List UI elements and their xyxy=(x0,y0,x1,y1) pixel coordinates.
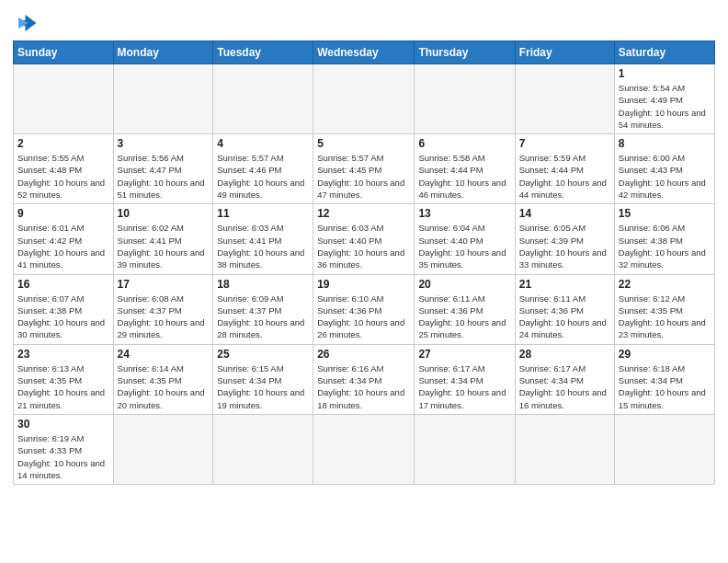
day-info: Sunrise: 5:54 AM Sunset: 4:49 PM Dayligh… xyxy=(619,82,711,131)
day-info: Sunrise: 6:17 AM Sunset: 4:34 PM Dayligh… xyxy=(418,362,510,411)
day-info: Sunrise: 5:55 AM Sunset: 4:48 PM Dayligh… xyxy=(17,152,109,201)
day-info: Sunrise: 6:13 AM Sunset: 4:35 PM Dayligh… xyxy=(17,362,109,411)
weekday-header-friday: Friday xyxy=(515,41,614,64)
day-number: 19 xyxy=(317,278,410,291)
calendar-cell: 14Sunrise: 6:05 AM Sunset: 4:39 PM Dayli… xyxy=(515,204,614,274)
calendar-cell: 19Sunrise: 6:10 AM Sunset: 4:36 PM Dayli… xyxy=(313,274,415,344)
calendar-cell: 9Sunrise: 6:01 AM Sunset: 4:42 PM Daylig… xyxy=(14,204,114,274)
day-info: Sunrise: 5:58 AM Sunset: 4:44 PM Dayligh… xyxy=(418,152,510,201)
weekday-header-row: SundayMondayTuesdayWednesdayThursdayFrid… xyxy=(14,41,715,64)
day-number: 8 xyxy=(619,137,711,150)
calendar-cell: 7Sunrise: 5:59 AM Sunset: 4:44 PM Daylig… xyxy=(515,134,614,204)
logo-icon xyxy=(13,9,40,37)
calendar-cell: 29Sunrise: 6:18 AM Sunset: 4:34 PM Dayli… xyxy=(614,344,714,414)
day-info: Sunrise: 6:18 AM Sunset: 4:34 PM Dayligh… xyxy=(619,362,711,411)
day-number: 10 xyxy=(118,207,210,220)
day-number: 29 xyxy=(619,348,711,361)
day-number: 25 xyxy=(217,348,309,361)
calendar-cell: 1Sunrise: 5:54 AM Sunset: 4:49 PM Daylig… xyxy=(614,64,714,134)
calendar-cell: 3Sunrise: 5:56 AM Sunset: 4:47 PM Daylig… xyxy=(113,134,213,204)
day-number: 3 xyxy=(118,137,210,150)
calendar: SundayMondayTuesdayWednesdayThursdayFrid… xyxy=(13,40,715,485)
day-info: Sunrise: 5:59 AM Sunset: 4:44 PM Dayligh… xyxy=(519,152,610,201)
day-number: 23 xyxy=(17,348,109,361)
day-number: 27 xyxy=(418,348,510,361)
weekday-header-tuesday: Tuesday xyxy=(213,41,313,64)
calendar-cell: 21Sunrise: 6:11 AM Sunset: 4:36 PM Dayli… xyxy=(515,274,614,344)
calendar-cell: 28Sunrise: 6:17 AM Sunset: 4:34 PM Dayli… xyxy=(515,344,614,414)
calendar-cell xyxy=(313,414,415,484)
logo xyxy=(13,9,44,37)
day-info: Sunrise: 6:05 AM Sunset: 4:39 PM Dayligh… xyxy=(519,222,610,270)
day-info: Sunrise: 6:04 AM Sunset: 4:40 PM Dayligh… xyxy=(418,222,510,270)
calendar-cell: 10Sunrise: 6:02 AM Sunset: 4:41 PM Dayli… xyxy=(113,204,213,274)
day-number: 2 xyxy=(17,137,109,150)
week-row-4: 16Sunrise: 6:07 AM Sunset: 4:38 PM Dayli… xyxy=(14,274,715,344)
week-row-2: 2Sunrise: 5:55 AM Sunset: 4:48 PM Daylig… xyxy=(14,134,715,204)
week-row-6: 30Sunrise: 6:19 AM Sunset: 4:33 PM Dayli… xyxy=(14,414,715,484)
calendar-cell: 22Sunrise: 6:12 AM Sunset: 4:35 PM Dayli… xyxy=(614,274,714,344)
page: SundayMondayTuesdayWednesdayThursdayFrid… xyxy=(0,0,728,563)
calendar-cell xyxy=(213,64,313,134)
calendar-cell: 17Sunrise: 6:08 AM Sunset: 4:37 PM Dayli… xyxy=(113,274,213,344)
header xyxy=(13,9,715,37)
day-number: 11 xyxy=(217,207,309,220)
day-number: 24 xyxy=(118,348,210,361)
calendar-cell: 27Sunrise: 6:17 AM Sunset: 4:34 PM Dayli… xyxy=(415,344,515,414)
day-number: 14 xyxy=(519,207,610,220)
weekday-header-saturday: Saturday xyxy=(614,41,714,64)
calendar-cell xyxy=(415,414,515,484)
day-number: 6 xyxy=(418,137,510,150)
day-number: 17 xyxy=(118,278,210,291)
calendar-cell: 16Sunrise: 6:07 AM Sunset: 4:38 PM Dayli… xyxy=(14,274,114,344)
day-info: Sunrise: 6:11 AM Sunset: 4:36 PM Dayligh… xyxy=(418,293,510,341)
calendar-cell: 8Sunrise: 6:00 AM Sunset: 4:43 PM Daylig… xyxy=(614,134,714,204)
calendar-cell xyxy=(515,414,614,484)
day-info: Sunrise: 6:01 AM Sunset: 4:42 PM Dayligh… xyxy=(17,222,109,270)
calendar-cell xyxy=(113,414,213,484)
day-info: Sunrise: 6:06 AM Sunset: 4:38 PM Dayligh… xyxy=(619,222,711,270)
day-info: Sunrise: 6:16 AM Sunset: 4:34 PM Dayligh… xyxy=(317,362,410,411)
calendar-cell xyxy=(113,64,213,134)
calendar-cell xyxy=(213,414,313,484)
week-row-3: 9Sunrise: 6:01 AM Sunset: 4:42 PM Daylig… xyxy=(14,204,715,274)
weekday-header-thursday: Thursday xyxy=(415,41,515,64)
day-number: 22 xyxy=(619,278,711,291)
calendar-cell: 15Sunrise: 6:06 AM Sunset: 4:38 PM Dayli… xyxy=(614,204,714,274)
calendar-cell: 13Sunrise: 6:04 AM Sunset: 4:40 PM Dayli… xyxy=(415,204,515,274)
calendar-cell: 2Sunrise: 5:55 AM Sunset: 4:48 PM Daylig… xyxy=(14,134,114,204)
day-info: Sunrise: 5:57 AM Sunset: 4:46 PM Dayligh… xyxy=(217,152,309,201)
day-info: Sunrise: 6:14 AM Sunset: 4:35 PM Dayligh… xyxy=(118,362,210,411)
weekday-header-sunday: Sunday xyxy=(14,41,114,64)
calendar-cell: 6Sunrise: 5:58 AM Sunset: 4:44 PM Daylig… xyxy=(415,134,515,204)
calendar-cell: 4Sunrise: 5:57 AM Sunset: 4:46 PM Daylig… xyxy=(213,134,313,204)
day-info: Sunrise: 6:02 AM Sunset: 4:41 PM Dayligh… xyxy=(118,222,210,270)
day-number: 30 xyxy=(17,418,109,431)
day-number: 16 xyxy=(17,278,109,291)
day-number: 28 xyxy=(519,348,610,361)
calendar-cell xyxy=(614,414,714,484)
day-number: 15 xyxy=(619,207,711,220)
calendar-cell: 26Sunrise: 6:16 AM Sunset: 4:34 PM Dayli… xyxy=(313,344,415,414)
calendar-cell xyxy=(415,64,515,134)
calendar-cell: 24Sunrise: 6:14 AM Sunset: 4:35 PM Dayli… xyxy=(113,344,213,414)
calendar-cell: 12Sunrise: 6:03 AM Sunset: 4:40 PM Dayli… xyxy=(313,204,415,274)
day-number: 18 xyxy=(217,278,309,291)
day-info: Sunrise: 6:15 AM Sunset: 4:34 PM Dayligh… xyxy=(217,362,309,411)
calendar-cell xyxy=(313,64,415,134)
day-info: Sunrise: 5:56 AM Sunset: 4:47 PM Dayligh… xyxy=(118,152,210,201)
day-number: 7 xyxy=(519,137,610,150)
week-row-1: 1Sunrise: 5:54 AM Sunset: 4:49 PM Daylig… xyxy=(14,64,715,134)
calendar-cell xyxy=(14,64,114,134)
day-info: Sunrise: 6:11 AM Sunset: 4:36 PM Dayligh… xyxy=(519,293,610,341)
calendar-cell: 23Sunrise: 6:13 AM Sunset: 4:35 PM Dayli… xyxy=(14,344,114,414)
day-number: 12 xyxy=(317,207,410,220)
day-info: Sunrise: 6:03 AM Sunset: 4:40 PM Dayligh… xyxy=(317,222,410,270)
day-info: Sunrise: 6:19 AM Sunset: 4:33 PM Dayligh… xyxy=(17,432,109,481)
day-info: Sunrise: 6:10 AM Sunset: 4:36 PM Dayligh… xyxy=(317,293,410,341)
day-number: 21 xyxy=(519,278,610,291)
weekday-header-wednesday: Wednesday xyxy=(313,41,415,64)
day-info: Sunrise: 6:09 AM Sunset: 4:37 PM Dayligh… xyxy=(217,293,309,341)
calendar-cell: 25Sunrise: 6:15 AM Sunset: 4:34 PM Dayli… xyxy=(213,344,313,414)
day-number: 9 xyxy=(17,207,109,220)
